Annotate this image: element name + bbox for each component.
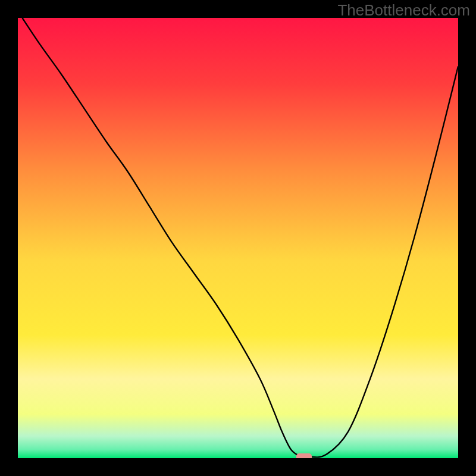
plot-area [18, 18, 458, 458]
chart-svg [18, 18, 458, 458]
watermark-text: TheBottleneck.com [337, 1, 470, 20]
optimum-marker [296, 453, 312, 458]
chart-frame [0, 0, 476, 476]
chart-background [18, 18, 458, 458]
